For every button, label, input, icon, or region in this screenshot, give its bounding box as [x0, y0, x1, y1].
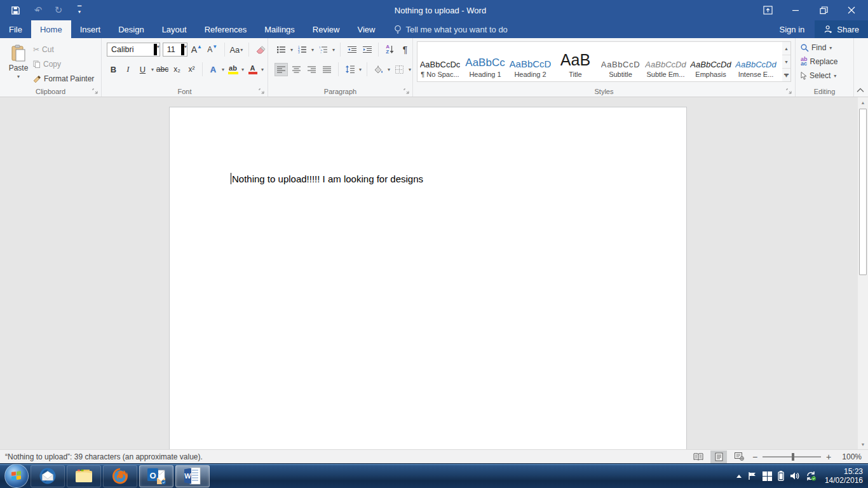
styles-scroll-down-icon[interactable]: ▼	[782, 55, 790, 69]
zoom-slider-thumb[interactable]	[792, 453, 794, 461]
taskbar-explorer-button[interactable]	[67, 465, 101, 487]
style-heading2[interactable]: AaBbCcD Heading 2	[508, 42, 553, 81]
taskbar-thunderbird-button[interactable]	[31, 465, 65, 487]
tab-insert[interactable]: Insert	[71, 20, 110, 38]
taskbar-clock[interactable]: 15:23 14/02/2016	[822, 467, 863, 485]
style-emphasis[interactable]: AaBbCcDd Emphasis	[688, 42, 733, 81]
text-effects-dropdown-icon[interactable]: ▾	[222, 67, 224, 72]
font-name-dropdown-icon[interactable]: ▾	[154, 44, 157, 55]
italic-button[interactable]: I	[121, 63, 135, 76]
taskbar-firefox-button[interactable]	[103, 465, 137, 487]
format-painter-button[interactable]: Format Painter	[33, 72, 94, 85]
justify-button[interactable]	[320, 63, 334, 76]
zoom-in-button[interactable]: +	[825, 452, 832, 462]
ribbon-display-options-icon[interactable]	[754, 1, 782, 20]
font-size-combo[interactable]: 11 ▾	[163, 43, 187, 57]
collapse-ribbon-icon[interactable]	[857, 88, 864, 93]
bullets-button[interactable]	[275, 43, 288, 57]
find-button[interactable]: Find ▾	[796, 41, 853, 54]
sign-in-link[interactable]: Sign in	[770, 20, 815, 38]
get-windows10-icon[interactable]	[763, 471, 772, 481]
sync-status-icon[interactable]	[806, 471, 817, 481]
scroll-up-icon[interactable]: ▲	[858, 97, 868, 107]
grow-font-button[interactable]: A▲	[190, 43, 203, 57]
scrollbar-thumb[interactable]	[859, 109, 867, 275]
increase-indent-button[interactable]	[360, 43, 374, 57]
style-no-spacing[interactable]: AaBbCcDc ¶ No Spac...	[417, 42, 463, 81]
shading-dropdown-icon[interactable]: ▾	[388, 67, 390, 72]
font-color-dropdown-icon[interactable]: ▾	[261, 67, 264, 72]
document-text-line[interactable]: Nothing to upload!!!!! I am looking for …	[231, 173, 423, 184]
read-mode-button[interactable]	[690, 451, 707, 463]
underline-dropdown-icon[interactable]: ▾	[151, 67, 154, 72]
tab-file[interactable]: File	[0, 20, 31, 38]
select-dropdown-icon[interactable]: ▾	[834, 73, 836, 79]
print-layout-button[interactable]	[710, 451, 727, 463]
font-color-button[interactable]: A	[246, 63, 259, 76]
show-hidden-icons-button[interactable]	[736, 474, 742, 478]
style-intense-emphasis[interactable]: AaBbCcDd Intense E...	[733, 42, 778, 81]
tab-references[interactable]: References	[196, 20, 255, 38]
text-highlight-button[interactable]: ab	[226, 63, 240, 76]
start-button[interactable]	[4, 464, 29, 488]
paste-dropdown-icon[interactable]: ▾	[17, 74, 20, 79]
font-size-dropdown-icon[interactable]: ▾	[181, 44, 184, 55]
line-spacing-button[interactable]	[343, 63, 356, 76]
text-effects-button[interactable]: A	[207, 63, 220, 76]
close-button[interactable]	[837, 1, 865, 20]
shrink-font-button[interactable]: A▼	[206, 43, 219, 57]
clear-formatting-button[interactable]	[254, 43, 268, 57]
bold-button[interactable]: B	[107, 63, 120, 76]
customize-qat-icon[interactable]: ▔▾	[78, 7, 81, 13]
shading-button[interactable]	[372, 63, 385, 76]
numbering-dropdown-icon[interactable]: ▾	[311, 47, 314, 53]
zoom-out-button[interactable]: −	[751, 452, 759, 462]
font-name-combo[interactable]: Calibri ▾	[107, 43, 160, 57]
cut-button[interactable]: ✂ Cut	[33, 43, 94, 56]
web-layout-button[interactable]	[731, 451, 747, 463]
tab-home[interactable]: Home	[31, 20, 71, 38]
taskbar-outlook-button[interactable]: O	[139, 465, 173, 487]
vertical-scrollbar[interactable]: ▲ ▼	[858, 97, 868, 449]
zoom-level[interactable]: 100%	[836, 452, 862, 461]
clipboard-dialog-launcher-icon[interactable]	[92, 88, 98, 95]
redo-icon[interactable]: ↻	[52, 4, 65, 17]
underline-button[interactable]: U	[136, 63, 149, 76]
font-dialog-launcher-icon[interactable]	[259, 88, 265, 95]
align-left-button[interactable]	[275, 63, 288, 76]
find-dropdown-icon[interactable]: ▾	[829, 45, 832, 51]
style-title[interactable]: AaB Title	[553, 42, 598, 81]
highlight-dropdown-icon[interactable]: ▾	[241, 67, 244, 72]
borders-dropdown-icon[interactable]: ▾	[409, 67, 411, 72]
style-heading1[interactable]: AaBbCc Heading 1	[463, 42, 508, 81]
tab-view[interactable]: View	[348, 20, 384, 38]
subscript-button[interactable]: x₂	[170, 63, 184, 76]
restore-button[interactable]	[810, 1, 837, 20]
save-icon[interactable]	[9, 4, 22, 17]
document-page[interactable]: Nothing to upload!!!!! I am looking for …	[169, 107, 687, 463]
taskbar-word-button[interactable]: W	[175, 465, 210, 487]
undo-icon[interactable]: ↶▾	[31, 4, 43, 17]
tab-design[interactable]: Design	[109, 20, 153, 38]
paragraph-dialog-launcher-icon[interactable]	[403, 88, 410, 95]
sort-button[interactable]: AZ	[383, 43, 397, 57]
share-button[interactable]: Share	[815, 20, 868, 38]
multilevel-dropdown-icon[interactable]: ▾	[332, 47, 335, 53]
action-center-flag-icon[interactable]	[748, 471, 757, 480]
numbering-button[interactable]: 123	[295, 43, 309, 57]
multilevel-list-button[interactable]: 1ai	[316, 43, 330, 57]
superscript-button[interactable]: x²	[185, 63, 198, 76]
tab-layout[interactable]: Layout	[153, 20, 196, 38]
paste-button[interactable]: Paste ▾	[4, 41, 33, 88]
strikethrough-button[interactable]: abc	[156, 63, 169, 76]
minimize-button[interactable]	[782, 1, 810, 20]
tab-review[interactable]: Review	[304, 20, 349, 38]
style-subtitle[interactable]: AaBbCcD Subtitle	[598, 42, 643, 81]
line-spacing-dropdown-icon[interactable]: ▾	[359, 67, 362, 72]
decrease-indent-button[interactable]	[345, 43, 358, 57]
styles-scroll-up-icon[interactable]: ▲	[782, 42, 790, 55]
tell-me-box[interactable]: Tell me what you want to do	[394, 20, 507, 38]
tab-mailings[interactable]: Mailings	[255, 20, 304, 38]
bullets-dropdown-icon[interactable]: ▾	[290, 47, 293, 53]
align-center-button[interactable]	[290, 63, 303, 76]
